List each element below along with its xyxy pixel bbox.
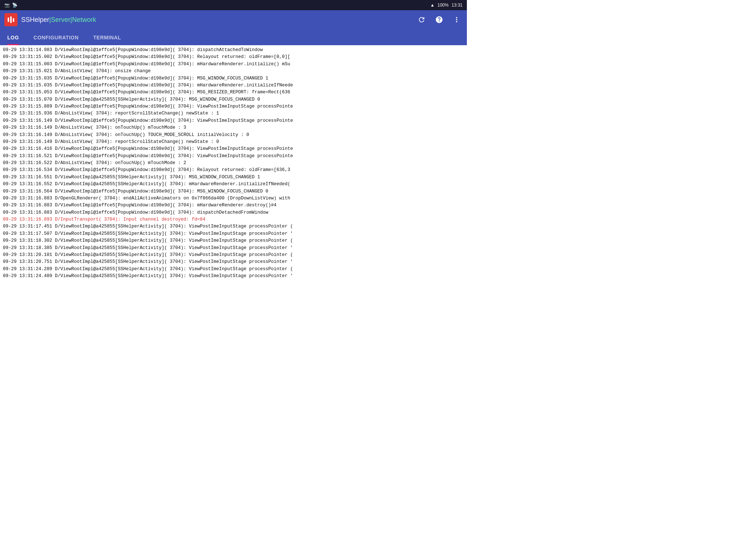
app-title-server: Server <box>51 16 70 23</box>
log-line: 09-29 13:31:24.289 D/ViewRootImpl@a42585… <box>3 266 464 273</box>
app-logo <box>4 13 18 26</box>
status-bar: 📷 📡 ▲ 100% 13:31 <box>0 0 467 10</box>
log-line: 09-29 13:31:16.551 D/ViewRootImpl@a42585… <box>3 174 464 181</box>
app-bar-right <box>416 14 462 26</box>
time-text: 13:31 <box>452 3 462 8</box>
log-line: 09-29 13:31:15.021 D/AbsListView( 3704):… <box>3 68 464 75</box>
log-line: 09-29 13:31:16.149 D/AbsListView( 3704):… <box>3 124 464 131</box>
tab-configuration[interactable]: CONFIGURATION <box>34 32 79 45</box>
battery-text: 100% <box>437 3 449 8</box>
svg-rect-1 <box>8 18 9 22</box>
app-title-sshelper: SSHelper <box>21 16 49 23</box>
log-line: 09-29 13:31:15.936 D/AbsListView( 3704):… <box>3 110 464 117</box>
log-line: 09-29 13:31:16.149 D/ViewRootImpl@1effce… <box>3 117 464 124</box>
wifi-icon: ▲ <box>430 3 434 8</box>
app-bar-left: SSHelper|Server|Network <box>4 13 96 26</box>
log-line: 09-29 13:31:16.522 D/AbsListView( 3704):… <box>3 160 464 167</box>
tab-bar: LOG CONFIGURATION TERMINAL <box>0 29 467 45</box>
log-line: 09-29 13:31:16.552 D/ViewRootImpl@a42585… <box>3 181 464 188</box>
app-bar: SSHelper|Server|Network <box>0 10 467 29</box>
log-line: 09-29 13:31:16.893 D/InputTransport( 370… <box>3 216 464 223</box>
svg-rect-2 <box>10 16 12 23</box>
log-line: 09-29 13:31:16.416 D/ViewRootImpl@1effce… <box>3 145 464 152</box>
log-line: 09-29 13:31:15.053 D/ViewRootImpl@1effce… <box>3 89 464 96</box>
svg-rect-3 <box>13 18 14 22</box>
log-line: 09-29 13:31:18.302 D/ViewRootImpl@a42585… <box>3 237 464 244</box>
log-line: 09-29 13:31:16.534 D/ViewRootImpl@1effce… <box>3 167 464 174</box>
log-line: 09-29 13:31:15.889 D/ViewRootImpl@1effce… <box>3 103 464 110</box>
log-line: 09-29 13:31:16.883 D/OpenGLRenderer( 370… <box>3 195 464 202</box>
log-line: 09-29 13:31:16.883 D/ViewRootImpl@1effce… <box>3 202 464 209</box>
log-line: 09-29 13:31:16.883 D/ViewRootImpl@1effce… <box>3 209 464 216</box>
tab-log[interactable]: LOG <box>7 32 19 45</box>
log-area[interactable]: 09-29 13:31:14.983 D/ViewRootImpl@1effce… <box>0 45 467 280</box>
tab-terminal[interactable]: TERMINAL <box>93 32 121 45</box>
more-button[interactable] <box>451 14 462 26</box>
log-line: 09-29 13:31:15.035 D/ViewRootImpl@1effce… <box>3 82 464 89</box>
refresh-button[interactable] <box>416 14 427 26</box>
log-line: 09-29 13:31:20.751 D/ViewRootImpl@a42585… <box>3 258 464 265</box>
cast-icon: 📡 <box>12 3 18 8</box>
log-line: 09-29 13:31:24.489 D/ViewRootImpl@a42585… <box>3 273 464 280</box>
app-title-network: Network <box>72 16 96 23</box>
status-bar-left: 📷 📡 <box>4 3 18 8</box>
log-line: 09-29 13:31:17.451 D/ViewRootImpl@a42585… <box>3 223 464 230</box>
status-bar-right: ▲ 100% 13:31 <box>430 3 462 8</box>
log-line: 09-29 13:31:15.002 D/ViewRootImpl@1effce… <box>3 54 464 61</box>
app-title: SSHelper|Server|Network <box>21 16 96 24</box>
log-line: 09-29 13:31:15.070 D/ViewRootImpl@a42585… <box>3 96 464 103</box>
help-button[interactable] <box>433 14 445 26</box>
log-line: 09-29 13:31:17.507 D/ViewRootImpl@a42585… <box>3 230 464 237</box>
log-line: 09-29 13:31:16.149 D/AbsListView( 3704):… <box>3 132 464 139</box>
log-line: 09-29 13:31:18.385 D/ViewRootImpl@a42585… <box>3 245 464 252</box>
log-line: 09-29 13:31:14.983 D/ViewRootImpl@1effce… <box>3 47 464 54</box>
log-line: 09-29 13:31:16.521 D/ViewRootImpl@1effce… <box>3 153 464 160</box>
log-line: 09-29 13:31:16.564 D/ViewRootImpl@1effce… <box>3 188 464 195</box>
screenshot-icon: 📷 <box>4 3 10 8</box>
log-line: 09-29 13:31:15.035 D/ViewRootImpl@1effce… <box>3 75 464 82</box>
log-line: 09-29 13:31:16.149 D/AbsListView( 3704):… <box>3 139 464 145</box>
log-line: 09-29 13:31:15.003 D/ViewRootImpl@1effce… <box>3 61 464 68</box>
log-line: 09-29 13:31:20.101 D/ViewRootImpl@a42585… <box>3 252 464 258</box>
